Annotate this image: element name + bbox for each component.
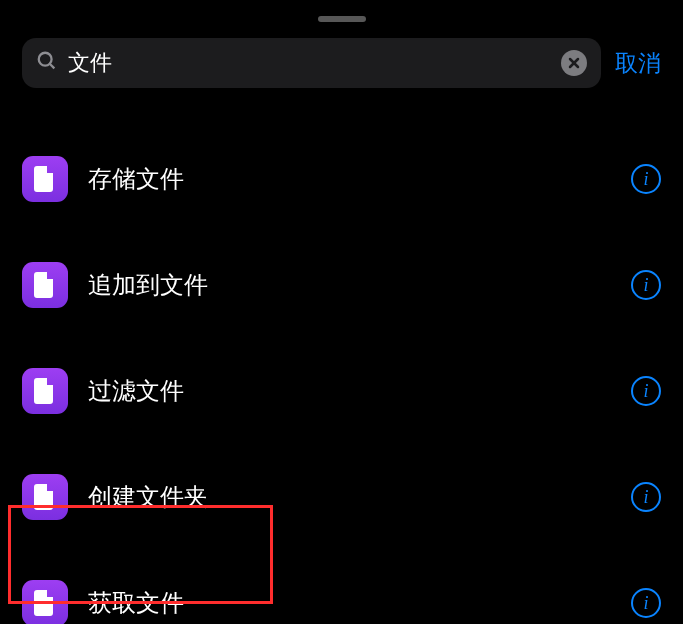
info-button[interactable]: i <box>631 588 661 618</box>
document-icon <box>22 474 68 520</box>
action-row-create-folder[interactable]: 创建文件夹 i <box>0 458 683 536</box>
results-list: 存储文件 i 追加到文件 i 过滤文件 i 创建文件夹 i <box>0 140 683 624</box>
sheet-drag-handle[interactable] <box>318 16 366 22</box>
search-bar: 取消 <box>22 38 661 88</box>
document-icon <box>22 368 68 414</box>
svg-point-0 <box>39 53 52 66</box>
action-label: 追加到文件 <box>88 269 611 301</box>
info-button[interactable]: i <box>631 164 661 194</box>
document-icon <box>22 580 68 624</box>
search-input[interactable] <box>68 50 551 76</box>
action-label: 创建文件夹 <box>88 481 611 513</box>
clear-search-button[interactable] <box>561 50 587 76</box>
info-button[interactable]: i <box>631 482 661 512</box>
action-row-append-to-file[interactable]: 追加到文件 i <box>0 246 683 324</box>
document-icon <box>22 156 68 202</box>
search-icon <box>36 50 58 76</box>
action-row-save-file[interactable]: 存储文件 i <box>0 140 683 218</box>
svg-line-1 <box>50 64 55 69</box>
cancel-button[interactable]: 取消 <box>615 48 661 79</box>
info-button[interactable]: i <box>631 270 661 300</box>
search-field[interactable] <box>22 38 601 88</box>
action-label: 获取文件 <box>88 587 611 619</box>
action-label: 过滤文件 <box>88 375 611 407</box>
action-label: 存储文件 <box>88 163 611 195</box>
action-row-filter-files[interactable]: 过滤文件 i <box>0 352 683 430</box>
document-icon <box>22 262 68 308</box>
info-button[interactable]: i <box>631 376 661 406</box>
action-row-get-file[interactable]: 获取文件 i <box>0 564 683 624</box>
